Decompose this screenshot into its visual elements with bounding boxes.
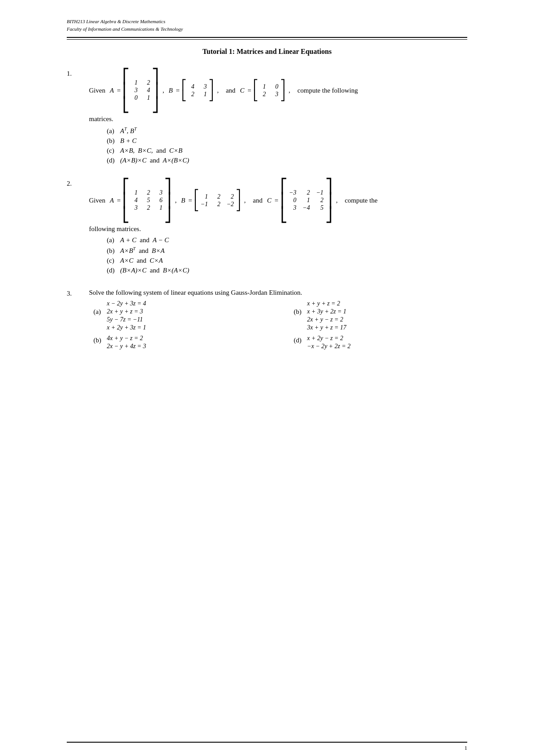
q3-a-label: (a) xyxy=(93,300,107,316)
header-divider xyxy=(67,37,467,40)
q3-d-label: (d) xyxy=(294,335,307,344)
page: BITH213 Linear Algebra & Discrete Mathem… xyxy=(67,0,467,756)
q2-a-matrix: ⎡⎢⎣ 123 456 321 ⎤⎥⎦ xyxy=(122,179,171,222)
q2-part-c: (c) A×C and C×A xyxy=(107,257,467,264)
q3-b-label: (b) xyxy=(93,335,107,344)
page-title: Tutorial 1: Matrices and Linear Equation… xyxy=(67,48,467,56)
q1-content: Given A = ⎡⎢⎣ 12 34 01 ⎤⎥⎦ xyxy=(89,69,467,167)
q3-left-col: (a) x − 2y + 3z = 4 2x + y + z = 3 5y − … xyxy=(93,300,267,350)
q1-part-c: (c) A×B, B×C, and C×B xyxy=(107,147,467,154)
q3-content: Solve the following system of linear equ… xyxy=(89,289,467,350)
q1-matrix-b-eq: B = ⎡⎣ 43 21 ⎤⎦ xyxy=(169,80,214,101)
q3-part-a: (a) x − 2y + 3z = 4 2x + y + z = 3 5y − … xyxy=(93,300,267,331)
q1-b-matrix: ⎡⎣ 43 21 ⎤⎦ xyxy=(182,80,214,101)
q1-c-matrix: ⎡⎣ 10 23 ⎤⎦ xyxy=(253,80,285,101)
q1-matrix-c-eq: C = ⎡⎣ 10 23 ⎤⎦ xyxy=(240,80,285,101)
q1-compute: compute the following xyxy=(297,87,358,94)
q1-parts: (a) AT, BT (b) B + C (c) A×B, B×C, and C… xyxy=(107,126,467,164)
q2-matrix-c-eq: C = ⎡⎢⎣ −32−1 012 3−45 ⎤⎥⎦ xyxy=(267,179,332,222)
q2-given-text: Given xyxy=(89,197,105,204)
q2-content: Given A = ⎡⎢⎣ 123 456 321 ⎤⎥⎦ xyxy=(89,179,467,276)
q3-right-col: (b) x + y + z = 2 x + 3y + 2z = 1 2x + y… xyxy=(294,300,467,350)
q2-given-row: Given A = ⎡⎢⎣ 123 456 321 ⎤⎥⎦ xyxy=(89,179,467,222)
q1-matrix-a-eq: A = ⎡⎢⎣ 12 34 01 ⎤⎥⎦ xyxy=(110,69,159,112)
q3-a-equations: x − 2y + 3z = 4 2x + y + z = 3 5y − 7z =… xyxy=(107,300,146,331)
q1-and1: and xyxy=(226,87,235,94)
q2-following: following matrices. xyxy=(89,225,467,233)
q2-part-d: (d) (B×A)×C and B×(A×C) xyxy=(107,267,467,274)
q2-number: 2. xyxy=(67,179,89,187)
footer-line xyxy=(67,742,467,743)
q2-c-matrix: ⎡⎢⎣ −32−1 012 3−45 ⎤⎥⎦ xyxy=(280,179,332,222)
q1-a-grid: 12 34 01 xyxy=(129,78,152,102)
header-line1: BITH213 Linear Algebra & Discrete Mathem… xyxy=(67,18,467,25)
page-number: 1 xyxy=(465,744,468,752)
q2-parts: (a) A + C and A − C (b) A×BT and B×A (c)… xyxy=(107,236,467,274)
q3-number: 3. xyxy=(67,289,89,297)
q3-part-b-right: (b) x + y + z = 2 x + 3y + 2z = 1 2x + y… xyxy=(294,300,467,331)
question-3: 3. Solve the following system of linear … xyxy=(67,289,467,350)
q1-a-label: A xyxy=(110,87,114,94)
q1-given-row: Given A = ⎡⎢⎣ 12 34 01 ⎤⎥⎦ xyxy=(89,69,467,112)
q3-d-equations: x + 2y − z = 2 −x − 2y + 2z = 2 xyxy=(307,335,351,350)
q1-c-label: C xyxy=(240,87,244,94)
q1-c-grid: 10 23 xyxy=(258,82,280,99)
question-1: 1. Given A = ⎡⎢⎣ 12 34 01 xyxy=(67,69,467,167)
q1-part-a: (a) AT, BT xyxy=(107,126,467,135)
q3-b-right-equations: x + y + z = 2 x + 3y + 2z = 1 2x + y − z… xyxy=(307,300,346,331)
header-line2: Faculty of Information and Communication… xyxy=(67,25,467,33)
q2-and1: and xyxy=(253,197,263,204)
q1-b-label: B xyxy=(169,87,173,94)
q3-intro: Solve the following system of linear equ… xyxy=(89,289,467,297)
q1-b-grid: 43 21 xyxy=(186,82,209,99)
q1-number: 1. xyxy=(67,69,89,77)
q2-row: 2. Given A = ⎡⎢⎣ 123 456 321 xyxy=(67,179,467,276)
q2-part-a: (a) A + C and A − C xyxy=(107,236,467,244)
q2-matrix-a-eq: A = ⎡⎢⎣ 123 456 321 ⎤⎥⎦ xyxy=(110,179,172,222)
q3-part-b-left: (b) 4x + y − z = 2 2x − y + 4z = 3 xyxy=(93,335,267,350)
q1-part-b: (b) B + C xyxy=(107,137,467,145)
q3-part-d: (d) x + 2y − z = 2 −x − 2y + 2z = 2 xyxy=(294,335,467,350)
q1-a-matrix: ⎡⎢⎣ 12 34 01 ⎤⎥⎦ xyxy=(122,69,159,112)
q2-part-b: (b) A×BT and B×A xyxy=(107,246,467,255)
q1-given-text: Given xyxy=(89,87,105,94)
q3-b-right-label: (b) xyxy=(294,300,307,316)
q3-row: 3. Solve the following system of linear … xyxy=(67,289,467,350)
question-2: 2. Given A = ⎡⎢⎣ 123 456 321 xyxy=(67,179,467,276)
header: BITH213 Linear Algebra & Discrete Mathem… xyxy=(67,18,467,33)
q3-b-left-equations: 4x + y − z = 2 2x − y + 4z = 3 xyxy=(107,335,146,350)
q3-systems: (a) x − 2y + 3z = 4 2x + y + z = 3 5y − … xyxy=(93,300,467,350)
q2-b-matrix: ⎡⎣ 122 −12−2 ⎤⎦ xyxy=(194,190,241,211)
q2-compute: compute the xyxy=(345,197,378,204)
q1-part-d: (d) (A×B)×C and A×(B×C) xyxy=(107,157,467,164)
q2-matrix-b-eq: B = ⎡⎣ 122 −12−2 ⎤⎦ xyxy=(181,190,241,211)
q1-row: 1. Given A = ⎡⎢⎣ 12 34 01 xyxy=(67,69,467,167)
q1-matrices: matrices. xyxy=(89,115,467,123)
